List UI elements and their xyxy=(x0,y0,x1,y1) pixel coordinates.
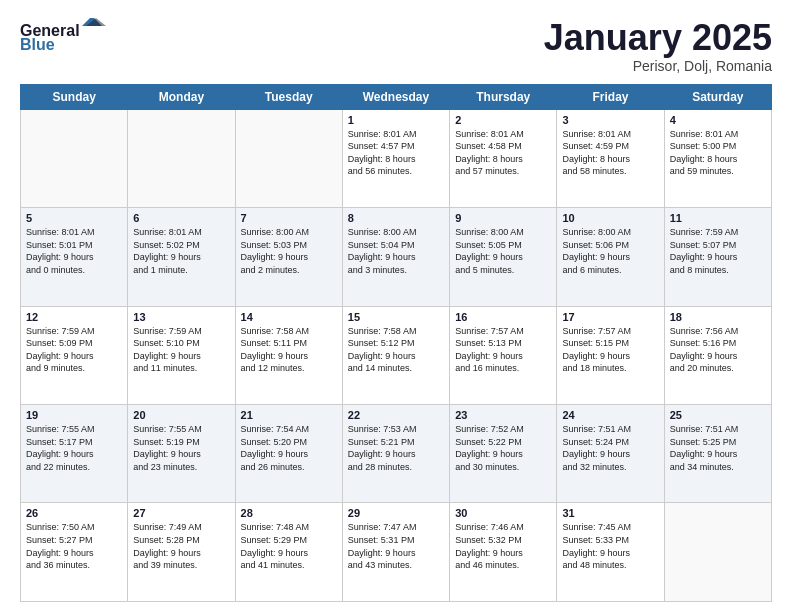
day-number: 21 xyxy=(241,409,337,421)
table-row xyxy=(664,503,771,602)
table-row: 26Sunrise: 7:50 AM Sunset: 5:27 PM Dayli… xyxy=(21,503,128,602)
day-number: 7 xyxy=(241,212,337,224)
col-tuesday: Tuesday xyxy=(235,84,342,109)
calendar-table: Sunday Monday Tuesday Wednesday Thursday… xyxy=(20,84,772,602)
day-info: Sunrise: 7:59 AM Sunset: 5:09 PM Dayligh… xyxy=(26,325,122,375)
table-row: 11Sunrise: 7:59 AM Sunset: 5:07 PM Dayli… xyxy=(664,208,771,306)
day-number: 14 xyxy=(241,311,337,323)
day-number: 13 xyxy=(133,311,229,323)
day-info: Sunrise: 7:57 AM Sunset: 5:15 PM Dayligh… xyxy=(562,325,658,375)
table-row: 1Sunrise: 8:01 AM Sunset: 4:57 PM Daylig… xyxy=(342,109,449,207)
svg-text:Blue: Blue xyxy=(20,36,55,53)
table-row xyxy=(235,109,342,207)
table-row: 28Sunrise: 7:48 AM Sunset: 5:29 PM Dayli… xyxy=(235,503,342,602)
day-number: 4 xyxy=(670,114,766,126)
day-info: Sunrise: 8:01 AM Sunset: 5:02 PM Dayligh… xyxy=(133,226,229,276)
day-info: Sunrise: 7:58 AM Sunset: 5:12 PM Dayligh… xyxy=(348,325,444,375)
day-info: Sunrise: 7:53 AM Sunset: 5:21 PM Dayligh… xyxy=(348,423,444,473)
day-number: 16 xyxy=(455,311,551,323)
page: General Blue January 2025 Perisor, Dolj,… xyxy=(0,0,792,612)
day-number: 31 xyxy=(562,507,658,519)
day-number: 12 xyxy=(26,311,122,323)
col-thursday: Thursday xyxy=(450,84,557,109)
table-row: 12Sunrise: 7:59 AM Sunset: 5:09 PM Dayli… xyxy=(21,306,128,404)
header-row: Sunday Monday Tuesday Wednesday Thursday… xyxy=(21,84,772,109)
day-info: Sunrise: 7:57 AM Sunset: 5:13 PM Dayligh… xyxy=(455,325,551,375)
table-row: 19Sunrise: 7:55 AM Sunset: 5:17 PM Dayli… xyxy=(21,405,128,503)
day-info: Sunrise: 8:01 AM Sunset: 4:57 PM Dayligh… xyxy=(348,128,444,178)
title-block: January 2025 Perisor, Dolj, Romania xyxy=(544,18,772,74)
calendar-week-1: 1Sunrise: 8:01 AM Sunset: 4:57 PM Daylig… xyxy=(21,109,772,207)
calendar-week-3: 12Sunrise: 7:59 AM Sunset: 5:09 PM Dayli… xyxy=(21,306,772,404)
location: Perisor, Dolj, Romania xyxy=(544,58,772,74)
day-number: 30 xyxy=(455,507,551,519)
day-number: 6 xyxy=(133,212,229,224)
day-number: 19 xyxy=(26,409,122,421)
day-number: 2 xyxy=(455,114,551,126)
col-wednesday: Wednesday xyxy=(342,84,449,109)
table-row: 10Sunrise: 8:00 AM Sunset: 5:06 PM Dayli… xyxy=(557,208,664,306)
day-number: 23 xyxy=(455,409,551,421)
day-info: Sunrise: 7:54 AM Sunset: 5:20 PM Dayligh… xyxy=(241,423,337,473)
day-number: 8 xyxy=(348,212,444,224)
day-info: Sunrise: 7:55 AM Sunset: 5:19 PM Dayligh… xyxy=(133,423,229,473)
day-info: Sunrise: 7:45 AM Sunset: 5:33 PM Dayligh… xyxy=(562,521,658,571)
table-row: 20Sunrise: 7:55 AM Sunset: 5:19 PM Dayli… xyxy=(128,405,235,503)
day-number: 29 xyxy=(348,507,444,519)
day-number: 28 xyxy=(241,507,337,519)
table-row: 27Sunrise: 7:49 AM Sunset: 5:28 PM Dayli… xyxy=(128,503,235,602)
day-number: 5 xyxy=(26,212,122,224)
logo: General Blue xyxy=(20,18,110,54)
table-row: 29Sunrise: 7:47 AM Sunset: 5:31 PM Dayli… xyxy=(342,503,449,602)
day-info: Sunrise: 8:01 AM Sunset: 4:58 PM Dayligh… xyxy=(455,128,551,178)
table-row: 7Sunrise: 8:00 AM Sunset: 5:03 PM Daylig… xyxy=(235,208,342,306)
col-monday: Monday xyxy=(128,84,235,109)
day-info: Sunrise: 8:00 AM Sunset: 5:03 PM Dayligh… xyxy=(241,226,337,276)
day-number: 17 xyxy=(562,311,658,323)
day-info: Sunrise: 8:01 AM Sunset: 4:59 PM Dayligh… xyxy=(562,128,658,178)
day-number: 22 xyxy=(348,409,444,421)
day-info: Sunrise: 7:59 AM Sunset: 5:07 PM Dayligh… xyxy=(670,226,766,276)
table-row: 23Sunrise: 7:52 AM Sunset: 5:22 PM Dayli… xyxy=(450,405,557,503)
day-info: Sunrise: 7:47 AM Sunset: 5:31 PM Dayligh… xyxy=(348,521,444,571)
table-row: 16Sunrise: 7:57 AM Sunset: 5:13 PM Dayli… xyxy=(450,306,557,404)
col-sunday: Sunday xyxy=(21,84,128,109)
calendar-week-5: 26Sunrise: 7:50 AM Sunset: 5:27 PM Dayli… xyxy=(21,503,772,602)
day-number: 9 xyxy=(455,212,551,224)
day-number: 15 xyxy=(348,311,444,323)
day-number: 10 xyxy=(562,212,658,224)
col-friday: Friday xyxy=(557,84,664,109)
table-row: 22Sunrise: 7:53 AM Sunset: 5:21 PM Dayli… xyxy=(342,405,449,503)
table-row: 13Sunrise: 7:59 AM Sunset: 5:10 PM Dayli… xyxy=(128,306,235,404)
day-number: 18 xyxy=(670,311,766,323)
month-year: January 2025 xyxy=(544,18,772,58)
calendar-week-4: 19Sunrise: 7:55 AM Sunset: 5:17 PM Dayli… xyxy=(21,405,772,503)
table-row: 30Sunrise: 7:46 AM Sunset: 5:32 PM Dayli… xyxy=(450,503,557,602)
day-number: 11 xyxy=(670,212,766,224)
day-info: Sunrise: 7:52 AM Sunset: 5:22 PM Dayligh… xyxy=(455,423,551,473)
table-row: 15Sunrise: 7:58 AM Sunset: 5:12 PM Dayli… xyxy=(342,306,449,404)
table-row: 25Sunrise: 7:51 AM Sunset: 5:25 PM Dayli… xyxy=(664,405,771,503)
day-info: Sunrise: 7:49 AM Sunset: 5:28 PM Dayligh… xyxy=(133,521,229,571)
table-row: 31Sunrise: 7:45 AM Sunset: 5:33 PM Dayli… xyxy=(557,503,664,602)
day-info: Sunrise: 7:55 AM Sunset: 5:17 PM Dayligh… xyxy=(26,423,122,473)
day-number: 1 xyxy=(348,114,444,126)
day-number: 25 xyxy=(670,409,766,421)
day-info: Sunrise: 7:46 AM Sunset: 5:32 PM Dayligh… xyxy=(455,521,551,571)
day-number: 27 xyxy=(133,507,229,519)
day-number: 24 xyxy=(562,409,658,421)
day-number: 3 xyxy=(562,114,658,126)
day-info: Sunrise: 7:48 AM Sunset: 5:29 PM Dayligh… xyxy=(241,521,337,571)
table-row xyxy=(21,109,128,207)
table-row: 24Sunrise: 7:51 AM Sunset: 5:24 PM Dayli… xyxy=(557,405,664,503)
table-row: 8Sunrise: 8:00 AM Sunset: 5:04 PM Daylig… xyxy=(342,208,449,306)
day-info: Sunrise: 8:00 AM Sunset: 5:04 PM Dayligh… xyxy=(348,226,444,276)
table-row: 18Sunrise: 7:56 AM Sunset: 5:16 PM Dayli… xyxy=(664,306,771,404)
table-row xyxy=(128,109,235,207)
logo-icon: General Blue xyxy=(20,18,110,54)
table-row: 5Sunrise: 8:01 AM Sunset: 5:01 PM Daylig… xyxy=(21,208,128,306)
table-row: 3Sunrise: 8:01 AM Sunset: 4:59 PM Daylig… xyxy=(557,109,664,207)
day-info: Sunrise: 7:56 AM Sunset: 5:16 PM Dayligh… xyxy=(670,325,766,375)
table-row: 4Sunrise: 8:01 AM Sunset: 5:00 PM Daylig… xyxy=(664,109,771,207)
day-info: Sunrise: 7:50 AM Sunset: 5:27 PM Dayligh… xyxy=(26,521,122,571)
